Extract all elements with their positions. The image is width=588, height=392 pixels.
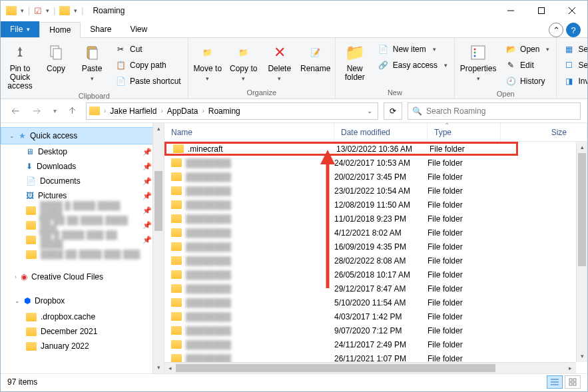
home-tab[interactable]: Home [39,22,81,38]
file-row[interactable]: ████████26/05/2018 10:17 AMFile folder [164,268,587,282]
copy-to-button[interactable]: 📁Copy to [228,39,259,83]
breadcrumb[interactable]: Jake Harfield [107,106,159,116]
nav-dropbox-item[interactable]: December 2021 [1,324,164,339]
rename-button[interactable]: 📝Rename [300,39,331,73]
select-none-button[interactable]: ☐Select none [561,58,588,73]
column-date[interactable]: Date modified [334,123,428,141]
address-dropdown-icon[interactable]: ⌄ [364,107,375,114]
column-name[interactable]: Name⌃ [164,123,334,141]
file-list[interactable]: .minecraft13/02/2022 10:36 AMFile folder… [164,142,587,362]
svg-rect-18 [573,379,576,381]
help-button[interactable]: ? [566,23,581,37]
vertical-scrollbar[interactable]: ▴▾ [576,142,587,362]
file-row[interactable]: ████████4/03/2017 1:42 PMFile folder [164,309,587,323]
history-button[interactable]: 🕘History [503,74,552,89]
qat-chevron-icon[interactable]: ▾ [74,7,77,14]
file-row[interactable]: ████████28/02/2022 8:08 AMFile folder [164,254,587,268]
easy-access-button[interactable]: 🔗Easy access▾ [376,58,450,73]
invert-selection-button[interactable]: ◨Invert selection [561,74,588,89]
file-row[interactable]: ████████16/09/2019 4:35 PMFile folder [164,240,587,254]
creative-cloud-header[interactable]: ›◉Creative Cloud Files [1,268,164,286]
edit-icon: ✎ [505,60,516,71]
nav-desktop[interactable]: 🖥Desktop📌 [1,144,164,159]
file-name: ████████ [186,312,231,321]
chevron-down-icon[interactable]: ⌄ [9,132,15,139]
close-button[interactable] [557,1,587,21]
file-row[interactable]: ████████12/08/2019 11:50 AMFile folder [164,198,587,212]
address-bar[interactable]: › Jake Harfield › AppData › Roaming ⌄ [86,102,378,120]
horizontal-scrollbar[interactable]: ◂▸ [164,362,576,373]
file-row[interactable]: ████████11/01/2018 9:23 PMFile folder [164,212,587,226]
dropbox-header[interactable]: ⌄⬢Dropbox [1,292,164,309]
forward-button[interactable]: 🡢 [29,103,45,119]
breadcrumb[interactable]: Roaming [206,106,243,116]
file-row[interactable]: ████████23/01/2022 10:54 AMFile folder [164,184,587,198]
new-item-button[interactable]: 📄New item▾ [376,42,450,57]
qat-dropdown-icon[interactable]: ▾ [21,7,24,14]
view-tab[interactable]: View [121,21,156,37]
copy-path-button[interactable]: 📋Copy path [113,58,184,73]
maximize-button[interactable] [526,1,557,21]
pin-to-quick-access-button[interactable]: Pin to Quick access [5,39,35,91]
nav-recent[interactable]: ██ █ ████ ███ ██ ████📌 [1,232,164,247]
paste-shortcut-button[interactable]: 📄Paste shortcut [113,74,184,89]
chevron-right-icon[interactable]: › [104,107,106,114]
delete-button[interactable]: ✕Delete [264,39,295,83]
file-name: ████████ [186,214,231,224]
properties-button[interactable]: Properties [459,39,497,83]
quick-access-header[interactable]: ⌄ ★ Quick access [1,127,164,144]
file-row[interactable]: ████████26/11/2021 1:07 PMFile folder [164,351,587,362]
recent-locations-button[interactable]: ▾ [50,103,59,119]
icons-view-button[interactable] [565,375,581,389]
edit-button[interactable]: ✎Edit [503,58,552,73]
file-row[interactable]: .minecraft13/02/2022 10:36 AMFile folder [164,142,518,156]
nav-documents[interactable]: 📄Documents📌 [1,174,164,188]
file-row[interactable]: ████████29/12/2017 8:47 AMFile folder [164,282,587,295]
back-button[interactable]: 🡠 [7,103,23,119]
nav-recent[interactable]: ████ ██ ████ ███ ███ [1,247,164,262]
column-type[interactable]: Type [428,123,501,141]
paste-button[interactable]: Paste [77,39,107,83]
copy-button[interactable]: Copy [41,39,71,73]
share-tab[interactable]: Share [81,21,121,37]
chevron-right-icon[interactable]: › [15,274,17,280]
folder-icon [171,172,182,181]
nav-scrollbar[interactable]: ▴▾ [152,123,164,373]
file-row[interactable]: ████████4/12/2021 8:02 AMFile folder [164,226,587,240]
qat-checkbox-icon[interactable]: ☑ [34,6,42,16]
file-row[interactable]: ████████20/02/2017 3:45 PMFile folder [164,170,587,184]
collapse-ribbon-button[interactable]: ⌃ [549,23,563,37]
column-size[interactable]: Size [501,123,587,141]
up-button[interactable]: 🡡 [65,103,81,119]
svg-point-10 [474,52,476,54]
chevron-down-icon[interactable]: ⌄ [15,297,20,304]
file-type: File folder [428,284,514,294]
details-view-button[interactable] [547,375,563,389]
cut-button[interactable]: ✂Cut [113,42,184,57]
star-icon: ★ [19,131,26,140]
file-row[interactable]: ████████24/02/2017 10:53 AMFile folder [164,156,587,170]
file-row[interactable]: ████████24/11/2017 2:49 PMFile folder [164,337,587,351]
chevron-right-icon[interactable]: › [202,107,204,114]
move-to-button[interactable]: 📁Move to [192,39,223,83]
file-tab[interactable]: File▾ [1,21,39,37]
nav-dropbox-item[interactable]: .dropbox.cache [1,309,164,324]
nav-dropbox-item[interactable]: January 2022 [1,339,164,353]
select-all-button[interactable]: ▦Select all [561,42,588,57]
open-button[interactable]: 📂Open▾ [503,42,552,57]
search-box[interactable]: 🔍 Search Roaming [408,102,581,120]
file-date: 13/02/2022 10:36 AM [336,144,430,154]
refresh-button[interactable]: ⟳ [384,102,402,120]
new-group: 📁New folder 📄New item▾ 🔗Easy access▾ New [336,38,455,98]
file-type: File folder [428,186,514,196]
file-row[interactable]: ████████9/07/2020 7:12 PMFile folder [164,323,587,337]
file-date: 24/11/2017 2:49 PM [334,340,428,349]
chevron-right-icon[interactable]: › [160,107,162,114]
breadcrumb[interactable]: AppData [164,106,201,116]
minimize-button[interactable] [495,1,526,21]
easy-access-icon: 🔗 [378,60,389,71]
new-folder-button[interactable]: 📁New folder [340,39,370,82]
nav-downloads[interactable]: ⬇Downloads📌 [1,159,164,174]
file-row[interactable]: ████████5/10/2020 11:54 AMFile folder [164,295,587,309]
qat-dropdown-icon-2[interactable]: ▾ [46,7,49,14]
